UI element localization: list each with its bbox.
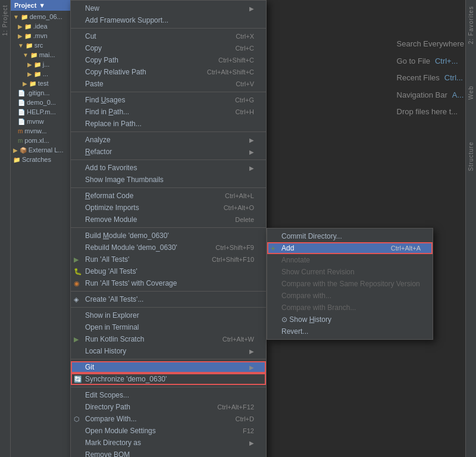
menu-item-find-in-path[interactable]: Find in Path... Ctrl+H [71, 106, 266, 118]
menu-separator [71, 387, 266, 387]
menu-item-paste[interactable]: Paste Ctrl+V [71, 78, 266, 90]
menu-item-find-usages[interactable]: Find Usages Ctrl+G [71, 94, 266, 106]
shortcut-label: Ctrl+G [235, 96, 254, 104]
hint-drop: Drop files here t... [397, 104, 464, 121]
run-icon: ▶ [74, 256, 79, 264]
menu-label: Refactor [85, 148, 112, 156]
folder-icon: ▼ 📁 [18, 42, 33, 49]
menu-item-compare-with[interactable]: ⬡ Compare With... Ctrl+D [71, 413, 266, 425]
menu-item-add-favorites[interactable]: Add to Favorites ▶ [71, 162, 266, 174]
tree-item-label: mai... [39, 51, 55, 58]
right-sidebar: 2: Favorites Web Structure [465, 0, 476, 457]
menu-item-show-thumbnails[interactable]: Show Image Thumbnails [71, 174, 266, 186]
tree-item-pom[interactable]: m pom.xl... [11, 136, 77, 145]
tree-item-label: ... [43, 70, 48, 77]
submenu-label: ⊙ Show History [281, 315, 331, 324]
menu-item-copy-relative[interactable]: Copy Relative Path Ctrl+Alt+Shift+C [71, 66, 266, 78]
menu-label: Cut [85, 32, 96, 40]
tree-item-j[interactable]: ▶ 📁 j... [11, 60, 77, 69]
tree-item-res[interactable]: ▶ 📁 ... [11, 69, 77, 79]
shortcut-label: Ctrl+X [236, 33, 254, 40]
tree-item-label: pom.xl... [24, 137, 49, 144]
git-submenu: Commit Directory... + Add Ctrl+Alt+A Ann… [267, 228, 433, 340]
menu-label: Optimize Imports [85, 204, 139, 212]
menu-separator [71, 291, 266, 292]
menu-separator [71, 187, 266, 188]
menu-item-copy[interactable]: Copy Ctrl+C [71, 42, 266, 54]
tree-item-external[interactable]: ▶ 📦 External L... [11, 145, 77, 155]
tree-item-label: src [35, 42, 43, 49]
submenu-label: Compare with... [281, 292, 331, 300]
menu-item-reformat[interactable]: Reformat Code Ctrl+Alt+L [71, 190, 266, 202]
menu-item-cut[interactable]: Cut Ctrl+X [71, 30, 266, 42]
project-header-label: Project [14, 2, 36, 9]
menu-item-build-module[interactable]: Build Module 'demo_0630' [71, 230, 266, 242]
menu-item-copy-path[interactable]: Copy Path Ctrl+Shift+C [71, 54, 266, 66]
submenu-item-add[interactable]: + Add Ctrl+Alt+A [267, 242, 433, 254]
menu-item-local-history[interactable]: Local History ▶ [71, 345, 266, 357]
folder-icon: ▶ 📁 [18, 23, 32, 30]
menu-item-synchronize[interactable]: 🔄 Synchronize 'demo_0630' [71, 373, 266, 385]
menu-item-remove-bom[interactable]: Remove BOM [71, 449, 266, 457]
shortcut-label: Ctrl+V [236, 80, 254, 87]
tree-item-label: j... [43, 61, 50, 68]
menu-item-module-settings[interactable]: Open Module Settings F12 [71, 425, 266, 437]
tree-item-demo[interactable]: ▼ 📁 demo_06... [11, 12, 77, 21]
menu-item-debug-tests[interactable]: 🐛 Debug 'All Tests' [71, 265, 266, 277]
tree-item-scratches[interactable]: 📁 Scratches [11, 155, 77, 164]
tree-item-gitignore[interactable]: 📄 .gitign... [11, 88, 77, 98]
menu-item-add-framework[interactable]: Add Framework Support... [71, 14, 266, 26]
structure-tab-label[interactable]: Structure [468, 142, 474, 171]
tree-item-mvn[interactable]: ▶ 📁 .mvn [11, 31, 77, 40]
menu-item-open-terminal[interactable]: Open in Terminal [71, 321, 266, 333]
tree-item-main[interactable]: ▼ 📁 mai... [11, 50, 77, 60]
submenu-label: Compare with Branch... [281, 303, 356, 312]
shortcut-label: Ctrl+Alt+W [223, 336, 254, 343]
tree-item-demo-file[interactable]: 📄 demo_0... [11, 98, 77, 107]
menu-item-run-tests[interactable]: ▶ Run 'All Tests' Ctrl+Shift+F10 [71, 253, 266, 265]
menu-item-replace-in-path[interactable]: Replace in Path... [71, 118, 266, 130]
submenu-arrow-icon: ▶ [249, 440, 254, 446]
menu-item-analyze[interactable]: Analyze ▶ [71, 134, 266, 146]
menu-label: Show Image Thumbnails [85, 176, 164, 184]
submenu-item-revert[interactable]: Revert... [267, 325, 433, 337]
tree-item-mvnw-cmd[interactable]: m mvnw... [11, 126, 77, 136]
project-tree: ▼ 📁 demo_06... ▶ 📁 .idea ▶ 📁 .mvn ▼ 📁 sr… [11, 11, 77, 165]
sync-icon: 🔄 [74, 375, 82, 383]
menu-item-new[interactable]: New ▶ [71, 2, 266, 14]
project-header[interactable]: Project ▼ [11, 0, 77, 11]
menu-item-optimize[interactable]: Optimize Imports Ctrl+Alt+O [71, 202, 266, 214]
debug-icon: 🐛 [74, 268, 82, 276]
tree-item-help[interactable]: 📄 HELP.m... [11, 107, 77, 117]
submenu-arrow-icon: ▶ [249, 149, 254, 155]
menu-item-directory-path[interactable]: Directory Path Ctrl+Alt+F12 [71, 401, 266, 413]
submenu-label: Compare with the Same Repository Version [281, 280, 420, 288]
menu-item-run-kotlin[interactable]: ▶ Run Kotlin Scratch Ctrl+Alt+W [71, 333, 266, 345]
submenu-item-show-history[interactable]: ⊙ Show History [267, 314, 433, 325]
menu-label: Add Framework Support... [85, 16, 168, 24]
tree-item-idea[interactable]: ▶ 📁 .idea [11, 21, 77, 31]
menu-label: Directory Path [85, 403, 130, 411]
menu-item-mark-directory[interactable]: Mark Directory as ▶ [71, 437, 266, 449]
tree-item-test[interactable]: ▶ 📁 test [11, 79, 77, 88]
menu-item-refactor[interactable]: Refactor ▶ [71, 146, 266, 158]
menu-item-rebuild-module[interactable]: Rebuild Module 'demo_0630' Ctrl+Shift+F9 [71, 242, 266, 253]
favorites-tab-label[interactable]: 2: Favorites [468, 6, 474, 44]
menu-item-remove-module[interactable]: Remove Module Delete [71, 214, 266, 226]
menu-item-edit-scopes[interactable]: Edit Scopes... [71, 389, 266, 401]
tree-item-label: mvnw... [24, 127, 46, 134]
shortcut-label: Ctrl+Shift+C [218, 57, 254, 64]
menu-label: Mark Directory as [85, 439, 141, 447]
context-menu: New ▶ Add Framework Support... Cut Ctrl+… [70, 0, 267, 457]
shortcut-label: Ctrl+Alt+L [225, 192, 254, 199]
submenu-item-commit-dir[interactable]: Commit Directory... [267, 230, 433, 242]
web-tab-label[interactable]: Web [468, 86, 474, 99]
menu-item-create-tests[interactable]: ◈ Create 'All Tests'... [71, 293, 266, 305]
menu-item-git[interactable]: Git ▶ [71, 361, 266, 373]
menu-item-run-coverage[interactable]: ◉ Run 'All Tests' with Coverage [71, 277, 266, 289]
project-tab-label[interactable]: 1: Project [2, 5, 8, 36]
project-dropdown-icon[interactable]: ▼ [39, 2, 45, 9]
menu-item-show-explorer[interactable]: Show in Explorer [71, 309, 266, 321]
tree-item-src[interactable]: ▼ 📁 src [11, 40, 77, 50]
tree-item-mvnw[interactable]: 📄 mvnw [11, 117, 77, 126]
